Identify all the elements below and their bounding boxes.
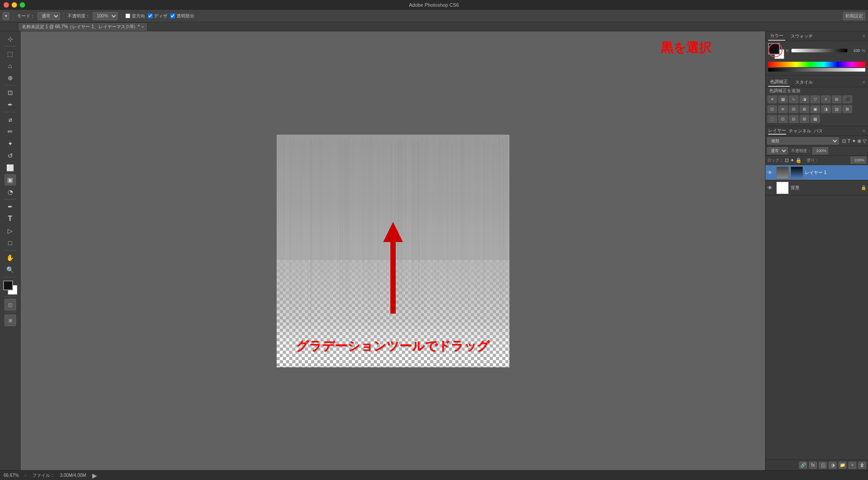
fg-color-box[interactable] xyxy=(768,43,780,55)
hsl-adj-icon[interactable]: ≡ xyxy=(821,95,831,103)
fg-bg-color-selector[interactable] xyxy=(768,43,784,59)
dither-checkbox[interactable] xyxy=(148,13,153,18)
transparency-checkbox-group[interactable]: 透明部分 xyxy=(170,13,194,19)
minimize-button[interactable] xyxy=(12,2,17,8)
file-info-arrow[interactable]: ▶ xyxy=(92,472,97,479)
curves-adj-icon[interactable]: ∿ xyxy=(789,95,799,103)
tab-swatches[interactable]: スウォッチ xyxy=(789,32,815,40)
foreground-background-colors[interactable] xyxy=(3,280,17,295)
posterize-adj-icon[interactable]: ▣ xyxy=(810,105,820,113)
layer-filter-dropdown[interactable]: 種類 xyxy=(767,137,839,144)
bw-adj-icon[interactable]: ⬛ xyxy=(842,95,852,103)
reverse-checkbox[interactable] xyxy=(125,13,130,18)
adj-extra1[interactable]: ⬚ xyxy=(767,115,777,123)
adj-extra2[interactable]: ⊡ xyxy=(778,115,788,123)
background-visibility-icon[interactable]: 👁 xyxy=(767,185,774,191)
invert-adj-icon[interactable]: ⊞ xyxy=(800,105,809,113)
lock-all-icon[interactable]: 🔒 xyxy=(795,157,802,163)
lasso-tool[interactable]: ⌂ xyxy=(4,60,16,72)
layer-item-layer1[interactable]: 👁 レイヤー 1 xyxy=(765,165,868,180)
quick-mask-toggle[interactable]: ◫ xyxy=(4,299,16,310)
levels-adj-icon[interactable]: ▦ xyxy=(778,95,788,103)
tool-preset-button[interactable]: ▾ xyxy=(3,12,9,20)
app-title: Adobe Photoshop CS6 xyxy=(409,2,459,8)
tab-adjustments[interactable]: 色調補正 xyxy=(768,78,790,87)
photofilter-adj-icon[interactable]: ⊡ xyxy=(767,105,777,113)
hand-tool[interactable]: ✋ xyxy=(4,252,16,263)
tab-paths[interactable]: パス xyxy=(814,128,823,134)
path-selection-tool[interactable]: ▷ xyxy=(4,225,16,237)
filter-icons: ⊡ T ✦ ⊕ ▽ xyxy=(842,138,866,144)
dodge-tool[interactable]: ◔ xyxy=(4,186,16,198)
lock-pixels-icon[interactable]: ⊡ xyxy=(785,157,789,163)
k-slider-row: K 100 % xyxy=(786,48,865,53)
link-layers-button[interactable]: 🔗 xyxy=(799,462,807,469)
move-tool[interactable]: ⊹ xyxy=(4,33,16,45)
opacity-dropdown[interactable]: 100% xyxy=(93,12,118,20)
preset-button[interactable]: 初期設定 xyxy=(843,12,865,20)
color-panel-collapse[interactable]: ≡ xyxy=(863,34,865,38)
spot-healing-tool[interactable]: ⌀ xyxy=(4,114,16,125)
k-slider-track[interactable] xyxy=(791,49,847,52)
gradient-map-adj-icon[interactable]: ▤ xyxy=(832,105,842,113)
adj-extra5[interactable]: ▦ xyxy=(810,115,820,123)
transparency-checkbox[interactable] xyxy=(170,13,175,18)
brightness-adj-icon[interactable]: ☀ xyxy=(767,95,777,103)
mode-dropdown[interactable]: 通常 xyxy=(38,12,60,20)
layer-blend-mode[interactable]: 通常 xyxy=(767,147,788,154)
crop-tool[interactable]: ⊡ xyxy=(4,87,16,98)
arrow-shaft xyxy=(390,242,396,314)
dither-checkbox-group[interactable]: ディザ xyxy=(148,13,167,19)
colorlookup-adj-icon[interactable]: ⊟ xyxy=(789,105,799,113)
reverse-checkbox-group[interactable]: 逆方向 xyxy=(125,13,145,19)
add-layer-style-button[interactable]: fx xyxy=(809,462,817,469)
delete-layer-button[interactable]: 🗑 xyxy=(858,462,866,469)
tab-layers[interactable]: レイヤー xyxy=(768,127,786,135)
lock-position-icon[interactable]: ✦ xyxy=(790,157,794,163)
pen-tool[interactable]: ✒ xyxy=(4,201,16,212)
tab-channels[interactable]: チャンネル xyxy=(789,128,811,134)
gradient-tool[interactable]: ▣ xyxy=(4,174,16,186)
layer-item-background[interactable]: 👁 背景 🔒 xyxy=(765,180,868,195)
selective-color-adj-icon[interactable]: ⊠ xyxy=(842,105,852,113)
layer1-mask-thumbnail xyxy=(791,166,803,179)
colorbalance-adj-icon[interactable]: ⊞ xyxy=(832,95,842,103)
adj-extra4[interactable]: ⊞ xyxy=(800,115,809,123)
channelmixer-adj-icon[interactable]: ≋ xyxy=(778,105,788,113)
history-brush-tool[interactable]: ↺ xyxy=(4,150,16,161)
adj-extra3[interactable]: ⊟ xyxy=(789,115,799,123)
fill-input[interactable]: 100% xyxy=(851,157,866,164)
add-mask-button[interactable]: ◫ xyxy=(819,462,827,469)
type-tool[interactable]: T xyxy=(4,213,16,225)
rainbow-bar[interactable] xyxy=(768,62,865,67)
maximize-button[interactable] xyxy=(20,2,25,8)
tab-close-button[interactable]: × xyxy=(141,25,144,29)
new-group-button[interactable]: 📁 xyxy=(838,462,847,469)
shape-tool[interactable]: □ xyxy=(4,237,16,249)
opacity-input[interactable]: 100% xyxy=(812,147,828,154)
zoom-tool[interactable]: 🔍 xyxy=(4,264,16,276)
vibrance-adj-icon[interactable]: ▽ xyxy=(810,95,820,103)
document-tab[interactable]: 名称未設定 1 @ 66.7%（レイヤー 1、レイヤーマスク/8）* × xyxy=(18,22,148,31)
close-button[interactable] xyxy=(4,2,9,8)
canvas-container: グラデーションツールでドラッグ xyxy=(277,135,509,367)
eraser-tool[interactable]: ⬜ xyxy=(4,162,16,174)
layers-panel-collapse[interactable]: ≡ xyxy=(863,128,865,133)
rectangular-marquee-tool[interactable]: ⬚ xyxy=(4,48,16,59)
new-adjustment-layer-button[interactable]: ◑ xyxy=(829,462,837,469)
window-controls[interactable] xyxy=(4,2,25,8)
screen-mode-toggle[interactable]: ⊞ xyxy=(4,314,16,326)
adjustments-panel-collapse[interactable]: ≡ xyxy=(863,80,865,85)
foreground-color-swatch[interactable] xyxy=(3,280,13,290)
tab-styles[interactable]: スタイル xyxy=(793,78,815,86)
quick-selection-tool[interactable]: ⊕ xyxy=(4,72,16,84)
black-white-bar[interactable] xyxy=(768,68,865,72)
eyedropper-tool[interactable]: ✒ xyxy=(4,99,16,110)
threshold-adj-icon[interactable]: ◑ xyxy=(821,105,831,113)
clone-stamp-tool[interactable]: ✦ xyxy=(4,138,16,149)
brush-tool[interactable]: ✏ xyxy=(4,126,16,137)
layer1-visibility-icon[interactable]: 👁 xyxy=(767,170,774,176)
tab-color[interactable]: カラー xyxy=(768,32,785,41)
exposure-adj-icon[interactable]: ◑ xyxy=(800,95,809,103)
new-layer-button[interactable]: + xyxy=(848,462,856,469)
